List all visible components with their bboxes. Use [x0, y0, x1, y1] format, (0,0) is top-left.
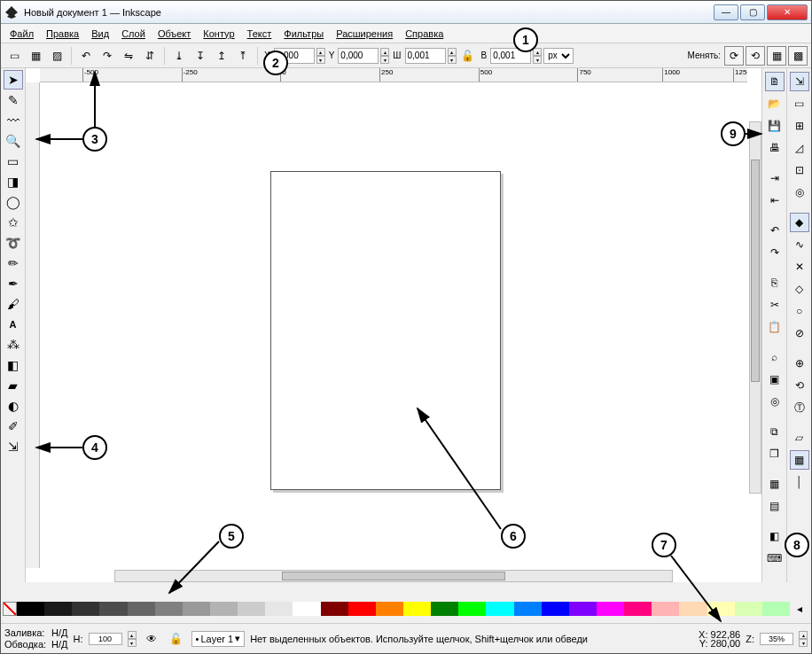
color-swatch[interactable] [265, 602, 293, 616]
export-icon[interactable]: ⇤ [765, 191, 785, 210]
color-swatch[interactable] [376, 602, 403, 616]
color-swatch[interactable] [735, 602, 762, 616]
snap-text-icon[interactable]: Ⓣ [790, 398, 809, 417]
group-icon[interactable]: ▦ [765, 474, 785, 494]
rotate-cw-icon[interactable]: ↷ [98, 46, 117, 66]
rotate-ccw-icon[interactable]: ↶ [76, 46, 96, 66]
color-swatch[interactable] [293, 602, 320, 616]
zoom-page-icon[interactable]: ▣ [765, 370, 785, 389]
color-swatch[interactable] [155, 602, 183, 616]
close-button[interactable]: ✕ [767, 4, 808, 20]
undo-icon[interactable]: ↶ [765, 221, 785, 240]
color-swatch[interactable] [99, 602, 127, 616]
color-swatch[interactable] [514, 602, 542, 616]
raise-icon[interactable]: ↥ [212, 46, 231, 66]
raise-top-icon[interactable]: ⤒ [233, 46, 253, 66]
pencil-tool[interactable]: ✏ [4, 253, 23, 273]
opacity-spinner[interactable]: ▴▾ [128, 631, 137, 647]
y-spinner[interactable]: ▴▾ [380, 48, 389, 64]
no-color-swatch[interactable] [3, 602, 17, 616]
menu-view[interactable]: Вид [86, 27, 114, 41]
stroke-value[interactable]: Н/Д [51, 639, 67, 650]
node-tool[interactable]: ✎ [4, 90, 23, 110]
snap-corner-icon[interactable]: ◿ [790, 138, 809, 158]
menu-edit[interactable]: Правка [41, 27, 84, 41]
snap-midpoint-icon[interactable]: ⊡ [790, 160, 809, 180]
fill-value[interactable]: Н/Д [51, 627, 67, 638]
palette-menu-icon[interactable]: ◂ [790, 599, 809, 619]
color-swatch[interactable] [128, 602, 155, 616]
zoom-tool[interactable]: 🔍 [4, 131, 23, 151]
maximize-button[interactable]: ▢ [740, 4, 765, 20]
deselect-icon[interactable]: ▨ [47, 46, 66, 66]
save-icon[interactable]: 💾 [765, 116, 785, 136]
zoom-fit-icon[interactable]: ⌕ [765, 347, 785, 367]
color-swatch[interactable] [403, 602, 431, 616]
color-swatch[interactable] [652, 602, 679, 616]
color-swatch[interactable] [569, 602, 597, 616]
color-swatch[interactable] [183, 602, 210, 616]
snap-object-center-icon[interactable]: ⊕ [790, 354, 809, 373]
menu-path[interactable]: Контур [198, 27, 239, 41]
lower-bottom-icon[interactable]: ⤓ [169, 46, 189, 66]
ruler-horizontal[interactable]: -500 -250 0 250 500 750 1000 1250 [40, 68, 747, 82]
color-swatch[interactable] [597, 602, 624, 616]
color-swatch[interactable] [210, 602, 238, 616]
menu-layer[interactable]: Слой [116, 27, 151, 41]
clone-icon[interactable]: ❐ [765, 444, 785, 463]
snap-bbox-icon[interactable]: ▭ [790, 94, 809, 113]
menu-help[interactable]: Справка [400, 27, 449, 41]
color-swatch[interactable] [431, 602, 458, 616]
color-swatch[interactable] [44, 602, 72, 616]
snap-edge-icon[interactable]: ⊞ [790, 116, 809, 136]
snap-page-icon[interactable]: ▱ [790, 428, 809, 448]
star-tool[interactable]: ✩ [4, 213, 23, 232]
color-swatch[interactable] [17, 602, 44, 616]
layer-lock-icon[interactable]: 🔓 [167, 629, 186, 649]
snap-path-icon[interactable]: ∿ [790, 235, 809, 254]
import-icon[interactable]: ⇥ [765, 168, 785, 188]
duplicate-icon[interactable]: ⧉ [765, 422, 785, 441]
snap-enable-icon[interactable]: ⇲ [790, 72, 809, 91]
color-swatch[interactable] [321, 602, 348, 616]
layer-selector[interactable]: •Layer 1 ▾ [191, 631, 246, 647]
zoom-drawing-icon[interactable]: ◎ [765, 392, 785, 411]
lock-aspect-icon[interactable]: 🔓 [458, 46, 478, 66]
copy-icon[interactable]: ⎘ [765, 273, 785, 292]
gradient-tool[interactable]: ◐ [4, 396, 23, 416]
calligraphy-tool[interactable]: 🖌 [4, 294, 23, 314]
bucket-tool[interactable]: ▰ [4, 376, 23, 395]
snap-smooth-icon[interactable]: ○ [790, 301, 809, 321]
open-icon[interactable]: 📂 [765, 94, 785, 113]
menu-extensions[interactable]: Расширения [331, 27, 398, 41]
redo-icon[interactable]: ↷ [765, 243, 785, 262]
unit-select[interactable]: px [543, 48, 574, 64]
y-input[interactable] [338, 48, 379, 64]
color-swatch[interactable] [458, 602, 486, 616]
menu-object[interactable]: Объект [152, 27, 196, 41]
color-swatch[interactable] [707, 602, 735, 616]
menu-text[interactable]: Текст [242, 27, 277, 41]
canvas[interactable] [40, 82, 747, 568]
minimize-button[interactable]: — [714, 4, 738, 20]
lower-icon[interactable]: ↧ [191, 46, 210, 66]
text-tool[interactable]: A [4, 315, 23, 334]
w-spinner[interactable]: ▴▾ [448, 48, 457, 64]
layer-visibility-icon[interactable]: 👁 [142, 629, 161, 649]
color-swatch[interactable] [624, 602, 652, 616]
flip-h-icon[interactable]: ⇋ [119, 46, 138, 66]
spray-tool[interactable]: ⁂ [4, 335, 23, 354]
zoom-spinner[interactable]: ▴▾ [799, 631, 808, 647]
affect-pattern-icon[interactable]: ▩ [788, 46, 808, 66]
color-swatch[interactable] [679, 602, 707, 616]
ruler-vertical[interactable] [26, 82, 40, 568]
paste-icon[interactable]: 📋 [765, 317, 785, 337]
menu-filters[interactable]: Фильтры [278, 27, 329, 41]
affect-gradient-icon[interactable]: ▦ [767, 46, 786, 66]
tweak-tool[interactable]: 〰 [4, 111, 23, 130]
w-input[interactable] [405, 48, 446, 64]
flip-v-icon[interactable]: ⇵ [140, 46, 160, 66]
menu-file[interactable]: Файл [4, 27, 39, 41]
connector-tool[interactable]: ⇲ [4, 437, 23, 456]
selector-tool[interactable]: ➤ [4, 70, 23, 90]
